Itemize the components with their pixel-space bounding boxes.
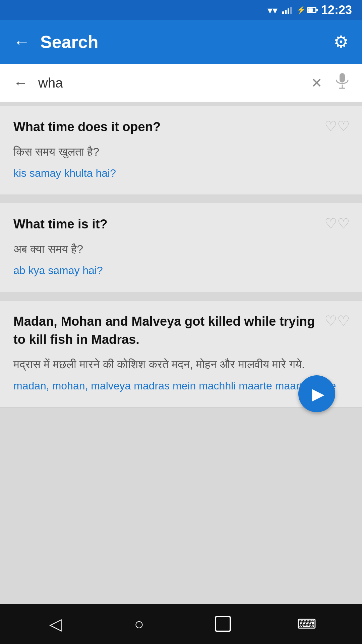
favorite-button-1[interactable]: ♡ xyxy=(324,118,350,135)
result-transliteration-1: kis samay khulta hai? xyxy=(13,165,349,181)
result-hindi-3: मद्रास में मछली मारने की कोशिश करते मदन,… xyxy=(13,356,349,373)
result-card: ♡ Madan, Mohan and Malveya got killed wh… xyxy=(0,300,362,407)
result-english-3: Madan, Mohan and Malveya got killed whil… xyxy=(13,313,322,348)
search-back-button[interactable]: ← xyxy=(10,71,32,95)
status-time: 12:23 xyxy=(321,3,352,17)
bottom-nav: ◁ ○ ⌨ xyxy=(0,604,362,644)
status-bar: ▾▾ ⚡ 12:23 xyxy=(0,0,362,20)
recents-icon xyxy=(215,616,231,632)
result-english-1: What time does it open? xyxy=(13,118,322,136)
search-input[interactable] xyxy=(38,75,301,91)
nav-back-button[interactable]: ◁ xyxy=(42,610,69,637)
result-card: ♡ What time is it? अब क्या समय है? ab ky… xyxy=(0,203,362,292)
play-icon: ▶ xyxy=(312,384,324,403)
search-bar: ← ✕ xyxy=(0,64,362,102)
app-bar: ← Search xyxy=(0,20,362,64)
home-icon: ○ xyxy=(134,615,144,633)
nav-recents-button[interactable] xyxy=(209,610,236,637)
battery-icon: ⚡ xyxy=(297,6,316,14)
wifi-icon: ▾▾ xyxy=(267,4,278,16)
results-list: ♡ What time does it open? किस समय खुलता … xyxy=(0,102,362,604)
svg-rect-0 xyxy=(340,73,345,83)
favorite-button-3[interactable]: ♡ xyxy=(324,313,350,329)
result-english-2: What time is it? xyxy=(13,215,322,233)
favorite-button-2[interactable]: ♡ xyxy=(324,215,350,232)
play-fab-button[interactable]: ▶ xyxy=(298,375,335,412)
result-hindi-2: अब क्या समय है? xyxy=(13,240,349,258)
keyboard-icon: ⌨ xyxy=(297,616,316,632)
signal-icon xyxy=(282,6,292,14)
app-bar-back-button[interactable]: ← xyxy=(13,34,30,50)
nav-home-button[interactable]: ○ xyxy=(126,610,153,637)
status-icons: ▾▾ ⚡ 12:23 xyxy=(267,3,352,17)
search-mic-button[interactable] xyxy=(333,69,352,96)
result-transliteration-2: ab kya samay hai? xyxy=(13,262,349,278)
nav-keyboard-button[interactable]: ⌨ xyxy=(293,610,320,637)
settings-button[interactable] xyxy=(334,32,349,52)
result-hindi-1: किस समय खुलता है? xyxy=(13,143,349,160)
search-clear-button[interactable]: ✕ xyxy=(308,72,326,94)
result-card: ♡ What time does it open? किस समय खुलता … xyxy=(0,106,362,195)
app-bar-title: Search xyxy=(40,32,323,52)
back-icon: ◁ xyxy=(49,614,62,633)
